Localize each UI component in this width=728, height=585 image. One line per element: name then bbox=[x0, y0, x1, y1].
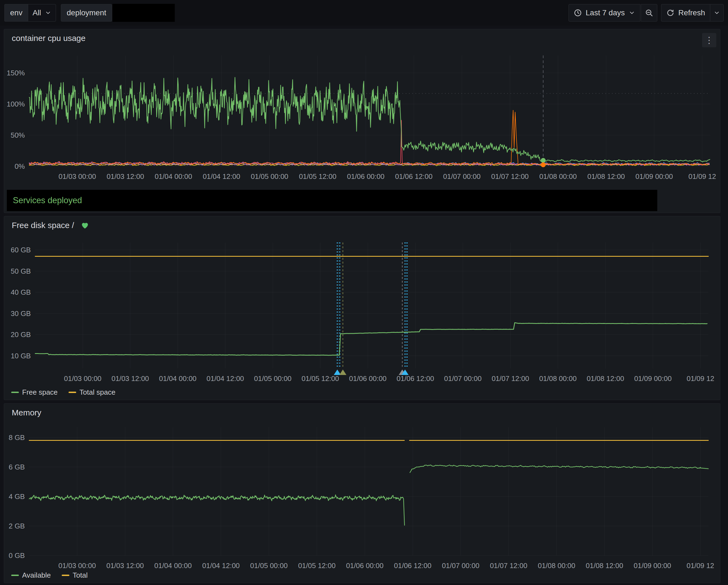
legend-swatch bbox=[11, 392, 19, 393]
series-cpu-orange bbox=[29, 110, 709, 166]
time-range-button[interactable]: Last 7 days bbox=[569, 4, 640, 22]
axis-tick-label: 01/06 12:00 bbox=[394, 561, 432, 570]
axis-tick-label: 01/03 12:00 bbox=[111, 375, 149, 383]
annotation-text: Services deployed bbox=[13, 196, 82, 205]
axis-tick-label: 01/04 00:00 bbox=[155, 172, 192, 180]
env-variable-dropdown[interactable]: All bbox=[28, 4, 56, 22]
panel-title[interactable]: Free disk space / bbox=[12, 221, 89, 230]
chart-legend: AvailableTotal bbox=[11, 571, 88, 580]
legend-item-total-space[interactable]: Total space bbox=[69, 388, 115, 397]
axis-tick-label: 01/06 00:00 bbox=[347, 172, 385, 180]
axis-tick-label: 01/04 12:00 bbox=[202, 561, 240, 570]
panel-memory: Memory 0 GB2 GB4 GB6 GB8 GB01/03 00:0001… bbox=[4, 403, 720, 583]
grafana-dashboard: env All deployment Last 7 days bbox=[0, 0, 728, 585]
axis-tick-label: 01/08 12:00 bbox=[587, 375, 624, 383]
kebab-icon: ⋮ bbox=[705, 36, 713, 45]
axis-tick-label: 40 GB bbox=[11, 288, 31, 296]
annotation-marker[interactable] bbox=[334, 370, 341, 375]
env-variable-label: env bbox=[4, 4, 28, 22]
axis-tick-label: 01/03 00:00 bbox=[58, 172, 96, 180]
chevron-down-icon bbox=[629, 9, 635, 16]
axis-tick-label: 01/04 12:00 bbox=[203, 172, 240, 180]
axis-tick-label: 4 GB bbox=[9, 492, 25, 501]
free-disk-space-chart[interactable]: 10 GB20 GB30 GB40 GB50 GB60 GB01/03 00:0… bbox=[4, 232, 720, 384]
axis-tick-label: 01/07 12:00 bbox=[490, 561, 527, 570]
annotation-marker[interactable] bbox=[339, 370, 346, 375]
axis-tick-label: 01/09 12 bbox=[686, 375, 714, 383]
panel-free-disk-space: Free disk space / 10 GB20 GB30 GB40 GB50… bbox=[4, 216, 720, 400]
series-cpu-main bbox=[29, 77, 710, 162]
legend-label: Available bbox=[22, 571, 51, 580]
series-available bbox=[29, 465, 708, 525]
annotation-redacted-bar[interactable]: Services deployed bbox=[7, 190, 657, 211]
axis-tick-label: 01/09 00:00 bbox=[634, 375, 672, 383]
legend-swatch bbox=[69, 392, 76, 393]
legend-label: Total space bbox=[79, 388, 115, 397]
axis-tick-label: 10 GB bbox=[11, 352, 31, 360]
axis-tick-label: 01/08 12:00 bbox=[586, 561, 623, 570]
deployment-value-redacted[interactable] bbox=[112, 4, 175, 22]
axis-tick-label: 01/08 00:00 bbox=[538, 561, 575, 570]
axis-tick-label: 01/07 12:00 bbox=[491, 172, 529, 180]
refresh-button[interactable]: Refresh bbox=[661, 4, 710, 22]
axis-tick-label: 01/06 12:00 bbox=[396, 375, 434, 383]
series-cpu-red bbox=[29, 120, 709, 165]
magnifier-minus-icon bbox=[645, 9, 653, 17]
axis-tick-label: 01/03 00:00 bbox=[58, 561, 96, 570]
axis-tick-label: 20 GB bbox=[11, 330, 31, 339]
axis-tick-label: 01/04 00:00 bbox=[159, 375, 196, 383]
panel-title[interactable]: container cpu usage bbox=[12, 33, 85, 43]
axis-tick-label: 01/03 12:00 bbox=[106, 561, 144, 570]
legend-item-free-space[interactable]: Free space bbox=[11, 388, 58, 397]
axis-tick-label: 01/08 00:00 bbox=[539, 172, 577, 180]
axis-tick-label: 01/04 00:00 bbox=[154, 561, 192, 570]
axis-tick-label: 01/09 12 bbox=[686, 561, 714, 570]
cpu-usage-chart[interactable]: 0%50%100%150%01/03 00:0001/03 12:0001/04… bbox=[4, 45, 720, 186]
axis-tick-label: 150% bbox=[6, 69, 25, 77]
time-range-label: Last 7 days bbox=[586, 8, 625, 17]
dashboard-toolbar: env All deployment Last 7 days bbox=[0, 0, 728, 26]
axis-tick-label: 01/07 00:00 bbox=[443, 172, 480, 180]
axis-tick-label: 01/05 12:00 bbox=[299, 172, 336, 180]
panel-title[interactable]: Memory bbox=[12, 408, 41, 417]
clock-icon bbox=[574, 9, 582, 17]
series-free-space bbox=[35, 323, 707, 355]
panel-title-text: Memory bbox=[12, 408, 41, 417]
panel-cpu-usage: container cpu usage ⋮ 0%50%100%150%01/03… bbox=[4, 29, 720, 213]
axis-tick-label: 01/07 00:00 bbox=[444, 375, 482, 383]
chevron-down-icon bbox=[713, 9, 720, 16]
chart-legend: Free spaceTotal space bbox=[11, 388, 115, 397]
axis-tick-label: 01/07 12:00 bbox=[492, 375, 529, 383]
refresh-icon bbox=[666, 9, 674, 17]
axis-tick-label: 01/05 00:00 bbox=[254, 375, 291, 383]
axis-tick-label: 6 GB bbox=[9, 463, 25, 471]
axis-tick-label: 2 GB bbox=[9, 522, 25, 530]
axis-tick-label: 0% bbox=[15, 162, 25, 171]
legend-swatch bbox=[11, 575, 19, 576]
panel-title-text: container cpu usage bbox=[12, 33, 85, 43]
legend-item-total[interactable]: Total bbox=[62, 571, 88, 580]
memory-chart[interactable]: 0 GB2 GB4 GB6 GB8 GB01/03 00:0001/03 12:… bbox=[4, 419, 720, 572]
axis-tick-label: 01/09 12 bbox=[688, 172, 716, 180]
zoom-out-button[interactable] bbox=[641, 4, 657, 22]
axis-tick-label: 01/09 00:00 bbox=[634, 561, 671, 570]
axis-tick-label: 50 GB bbox=[11, 267, 31, 275]
variable-deployment: deployment bbox=[61, 4, 175, 22]
variable-env: env All bbox=[4, 4, 56, 22]
legend-item-available[interactable]: Available bbox=[11, 571, 51, 580]
axis-tick-label: 01/08 12:00 bbox=[588, 172, 625, 180]
axis-tick-label: 100% bbox=[6, 100, 25, 108]
deployment-variable-label: deployment bbox=[61, 4, 112, 22]
refresh-interval-dropdown[interactable] bbox=[710, 4, 724, 22]
health-heart-icon bbox=[81, 221, 89, 230]
axis-tick-label: 60 GB bbox=[11, 246, 31, 254]
toolbar-right-group: Last 7 days Refresh bbox=[569, 4, 724, 22]
cursor-point bbox=[541, 162, 546, 167]
axis-tick-label: 01/06 00:00 bbox=[346, 561, 383, 570]
panel-title-text: Free disk space / bbox=[12, 221, 74, 230]
axis-tick-label: 01/09 00:00 bbox=[635, 172, 673, 180]
cursor-point bbox=[541, 158, 546, 163]
axis-tick-label: 01/03 00:00 bbox=[64, 375, 101, 383]
refresh-label: Refresh bbox=[678, 8, 705, 17]
axis-tick-label: 01/05 00:00 bbox=[251, 172, 288, 180]
